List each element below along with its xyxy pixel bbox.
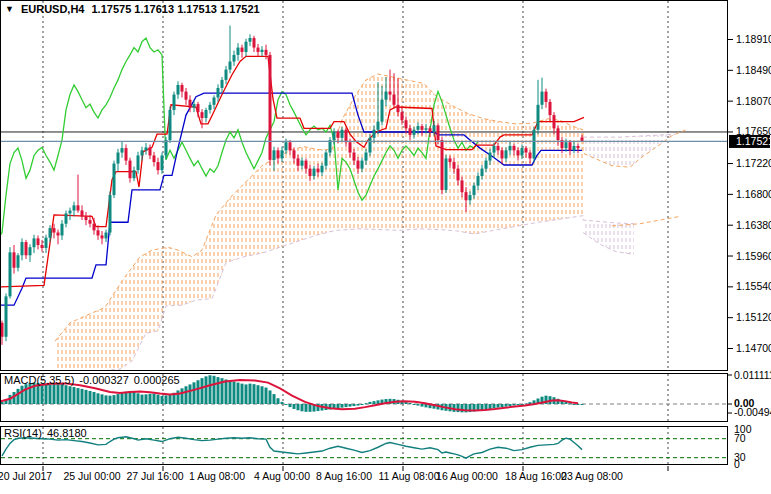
macd-main-value: -0.000327 xyxy=(79,374,129,386)
symbol-timeframe-label: EURUSD,H4 xyxy=(21,3,85,15)
rsi-line xyxy=(2,437,582,458)
svg-text:-0.004941: -0.004941 xyxy=(734,406,771,418)
svg-text:0: 0 xyxy=(734,458,740,470)
svg-text:1.17521: 1.17521 xyxy=(736,135,771,147)
svg-text:1.18070: 1.18070 xyxy=(736,95,771,107)
chart-dropdown-icon[interactable]: ▼ xyxy=(5,5,14,14)
svg-text:1.16380: 1.16380 xyxy=(736,219,771,231)
svg-text:4 Aug 00:00: 4 Aug 00:00 xyxy=(254,470,310,482)
svg-text:1.18910: 1.18910 xyxy=(736,33,771,45)
rsi-name: RSI(14) xyxy=(4,427,42,439)
svg-text:70: 70 xyxy=(734,432,746,444)
svg-text:20 Jul 2017: 20 Jul 2017 xyxy=(0,470,52,482)
svg-text:11 Aug 08:00: 11 Aug 08:00 xyxy=(378,470,439,482)
svg-text:16 Aug 00:00: 16 Aug 00:00 xyxy=(436,470,498,482)
macd-signal-value: 0.000265 xyxy=(134,374,180,386)
svg-text:8 Aug 16:00: 8 Aug 16:00 xyxy=(316,470,372,482)
svg-text:18 Aug 16:00: 18 Aug 16:00 xyxy=(505,470,567,482)
macd-indicator-label: MACD(5,35,5) -0.000327 0.000265 xyxy=(4,374,180,386)
svg-text:27 Jul 16:00: 27 Jul 16:00 xyxy=(126,470,183,482)
svg-text:23 Aug 08:00: 23 Aug 08:00 xyxy=(561,470,623,482)
rsi-panel[interactable] xyxy=(1,437,727,458)
main-chart-panel[interactable] xyxy=(0,26,728,373)
svg-text:1.18490: 1.18490 xyxy=(736,64,771,76)
svg-text:1.14700: 1.14700 xyxy=(736,342,771,354)
macd-name: MACD(5,35,5) xyxy=(4,374,74,386)
chart-window: 1.189101.184901.180701.176501.172201.168… xyxy=(0,0,771,494)
time-axis[interactable]: 20 Jul 201725 Jul 00:0027 Jul 16:001 Aug… xyxy=(0,470,623,482)
chart-title: ▼ EURUSD,H4 1.17575 1.17613 1.17513 1.17… xyxy=(5,3,260,15)
svg-text:1.15540: 1.15540 xyxy=(736,280,771,292)
chart-canvas[interactable]: 1.189101.184901.180701.176501.172201.168… xyxy=(0,0,771,494)
ohlc-values: 1.17575 1.17613 1.17513 1.17521 xyxy=(92,3,260,15)
svg-text:1.17220: 1.17220 xyxy=(736,157,771,169)
svg-text:25 Jul 00:00: 25 Jul 00:00 xyxy=(63,470,120,482)
svg-text:1.16800: 1.16800 xyxy=(736,188,771,200)
svg-text:0.011111: 0.011111 xyxy=(734,369,771,381)
rsi-value: 46.8180 xyxy=(47,427,87,439)
svg-text:1 Aug 08:00: 1 Aug 08:00 xyxy=(189,470,245,482)
svg-text:1.15960: 1.15960 xyxy=(736,250,771,262)
price-axis[interactable]: 1.189101.184901.180701.176501.172201.168… xyxy=(728,33,771,470)
svg-text:1.15120: 1.15120 xyxy=(736,311,771,323)
rsi-indicator-label: RSI(14) 46.8180 xyxy=(4,427,87,439)
